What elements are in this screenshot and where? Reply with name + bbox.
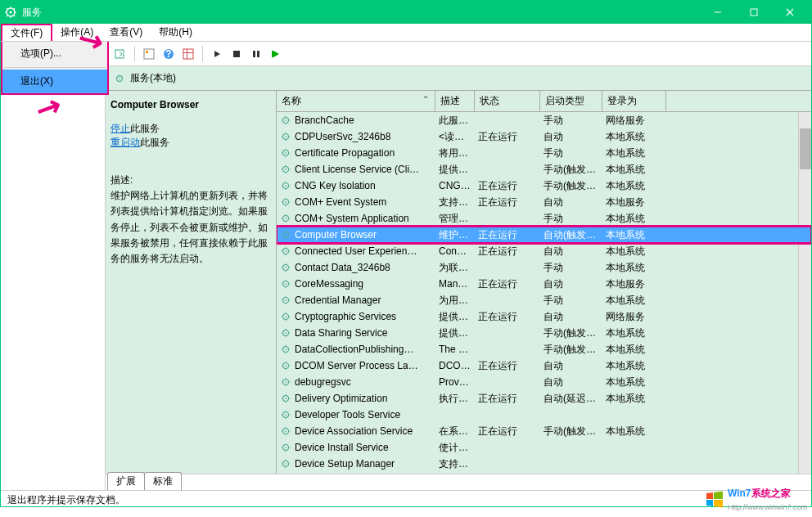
service-row[interactable]: COM+ Event System支持…正在运行自动本地服务 (277, 194, 811, 210)
cell-name: CNG Key Isolation (295, 180, 439, 191)
main-content: Computer Browser 停止此服务 重启动此服务 描述: 维护网络上计… (106, 91, 811, 474)
stop-link[interactable]: 停止 (111, 123, 130, 134)
menubar: 文件(F) 操作(A) 查看(V) 帮助(H) 选项(P)... 退出(X) (1, 24, 811, 42)
cell-desc: Con… (439, 245, 478, 257)
play-icon[interactable] (208, 45, 226, 63)
col-name[interactable]: 名称 ⌃ (277, 91, 435, 111)
restart-icon[interactable] (267, 45, 285, 63)
service-row[interactable]: CoreMessagingMan…正在运行自动本地服务 (277, 276, 811, 292)
cell-name: Client License Service (Cli… (295, 164, 439, 175)
gear-icon (280, 311, 291, 322)
cell-name: Device Install Service (295, 442, 439, 453)
service-row[interactable]: Client License Service (Cli…提供…手动(触发…本地系… (277, 161, 811, 178)
watermark-text: Win7系统之家 Http://www.winwin7.com (728, 487, 807, 512)
cell-desc: Man… (439, 278, 478, 290)
cell-startup: 手动(触发… (544, 179, 606, 193)
cell-desc: Prov… (439, 376, 478, 388)
svg-point-44 (285, 316, 286, 317)
service-row[interactable]: BranchCache此服…手动网络服务 (277, 112, 811, 128)
cell-startup: 自动 (544, 130, 606, 144)
gear-icon (280, 344, 291, 355)
gear-icon (280, 115, 291, 126)
gear-icon (280, 262, 291, 273)
properties-icon[interactable] (140, 45, 158, 63)
cell-desc: 为联… (439, 261, 478, 275)
minimize-button[interactable] (700, 1, 736, 24)
stop-icon[interactable] (228, 45, 246, 63)
services-icon (4, 6, 17, 19)
cell-name: Data Sharing Service (295, 327, 439, 339)
cell-name: Device Association Service (295, 425, 439, 437)
menu-help[interactable]: 帮助(H) (151, 24, 201, 41)
service-row[interactable]: Delivery Optimization执行…正在运行自动(延迟…本地系统 (277, 390, 811, 407)
service-row[interactable]: DCOM Server Process La…DCO…正在运行自动本地系统 (277, 357, 811, 374)
export-icon[interactable] (111, 45, 129, 63)
scroll-thumb[interactable] (800, 128, 811, 169)
tab-extended[interactable]: 扩展 (107, 472, 145, 490)
cell-logon: 本地系统 (606, 375, 663, 389)
main-pane: 服务(本地) Computer Browser 停止此服务 重启动此服务 描述:… (106, 66, 811, 490)
svg-rect-11 (233, 51, 240, 57)
service-row[interactable]: Data Sharing Service提供…手动(触发…本地系统 (277, 325, 811, 341)
service-row[interactable]: Contact Data_3246b8为联…手动本地系统 (277, 259, 811, 276)
menu-exit[interactable]: 退出(X) (2, 70, 107, 93)
cell-startup: 手动(触发… (544, 326, 606, 340)
service-row[interactable]: Certificate Propagation将用…手动本地系统 (277, 145, 811, 161)
scrollbar[interactable] (798, 112, 811, 474)
service-row[interactable]: Device Install Service使计… (277, 439, 811, 456)
cell-status: 正在运行 (478, 359, 544, 373)
restart-link[interactable]: 重启动 (111, 137, 140, 148)
service-row[interactable]: Computer Browser维护…正在运行自动(触发…本地系统 (277, 227, 811, 243)
cell-startup: 自动 (544, 245, 606, 258)
gear-icon (280, 458, 291, 470)
cell-name: debugregsvc (295, 376, 439, 388)
cell-startup: 自动 (544, 277, 606, 291)
col-logon[interactable]: 登录为 (602, 91, 666, 111)
service-row[interactable]: CDPUserSvc_3246b8<读…正在运行自动本地系统 (277, 128, 811, 145)
maximize-button[interactable] (736, 1, 772, 24)
cell-startup: 手动(触发… (544, 163, 606, 177)
service-row[interactable]: CNG Key IsolationCNG…正在运行手动(触发…本地系统 (277, 178, 811, 194)
cell-name: Connected User Experien… (295, 245, 439, 257)
service-row[interactable]: Device Setup Manager支持… (277, 456, 811, 472)
menu-file[interactable]: 文件(F) (1, 24, 52, 41)
service-row[interactable]: Device Association Service在系…正在运行手动(触发…本… (277, 423, 811, 439)
titlebar[interactable]: 服务 (1, 1, 811, 24)
svg-rect-14 (272, 51, 273, 57)
service-row[interactable]: DataCollectionPublishing…The …手动(触发…本地系统 (277, 341, 811, 357)
service-row[interactable]: Cryptographic Services提供…正在运行自动网络服务 (277, 308, 811, 325)
menu-action[interactable]: 操作(A) (52, 24, 102, 41)
list-body[interactable]: BranchCache此服…手动网络服务CDPUserSvc_3246b8<读…… (277, 112, 811, 474)
pause-icon[interactable] (247, 45, 265, 63)
gear-icon (280, 229, 291, 241)
tree-pane: 服务(本地) (1, 66, 106, 490)
refresh-icon[interactable] (179, 45, 197, 63)
cell-logon: 网络服务 (606, 310, 663, 324)
svg-rect-5 (146, 51, 148, 53)
close-button[interactable] (772, 1, 808, 24)
cell-logon: 本地系统 (606, 425, 663, 438)
cell-desc: 为用… (439, 294, 478, 308)
help-icon[interactable]: ? (160, 45, 178, 63)
menu-view[interactable]: 查看(V) (102, 24, 151, 41)
service-row[interactable]: Developer Tools Service (277, 407, 811, 423)
col-startup[interactable]: 启动类型 (540, 91, 602, 111)
cell-logon: 本地系统 (606, 163, 663, 177)
col-desc[interactable]: 描述 (435, 91, 475, 111)
cell-logon: 本地服务 (606, 196, 663, 209)
svg-point-24 (285, 152, 286, 154)
svg-point-48 (285, 348, 286, 350)
menu-options[interactable]: 选项(P)... (2, 42, 107, 65)
service-row[interactable]: Credential Manager为用…手动本地系统 (277, 292, 811, 308)
service-row[interactable]: COM+ System Application管理…手动本地系统 (277, 210, 811, 227)
svg-point-26 (285, 169, 286, 170)
service-row[interactable]: Connected User Experien…Con…正在运行自动本地系统 (277, 243, 811, 259)
cell-desc: 执行… (439, 392, 478, 406)
service-row[interactable]: debugregsvcProv…自动本地系统 (277, 374, 811, 390)
col-status[interactable]: 状态 (475, 91, 540, 111)
detail-pane: Computer Browser 停止此服务 重启动此服务 描述: 维护网络上计… (106, 91, 276, 474)
cell-status: 正在运行 (478, 228, 544, 242)
cell-name: Cryptographic Services (295, 311, 439, 322)
tab-standard[interactable]: 标准 (144, 472, 182, 490)
window-title: 服务 (22, 6, 700, 20)
